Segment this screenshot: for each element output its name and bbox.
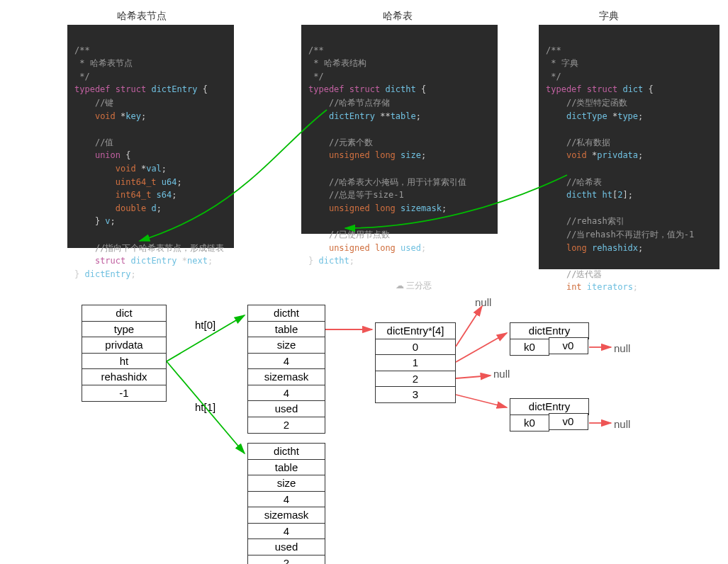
- dictht-box-1: dictht table size 4 sizemask 4 used 2: [247, 443, 325, 564]
- dictht-cell: table: [247, 321, 325, 338]
- svg-line-5: [456, 376, 491, 378]
- entry-k: k0: [510, 339, 549, 356]
- dictht-cell: table: [247, 459, 325, 476]
- entries-idx: 2: [375, 371, 456, 388]
- dict-cell: -1: [82, 385, 167, 402]
- svg-line-4: [456, 333, 507, 362]
- dict-box: dict type privdata ht rehashidx -1: [82, 305, 167, 402]
- entries-idx: 0: [375, 339, 456, 356]
- dict-cell: ht: [82, 353, 167, 370]
- dictht-cell: sizemask: [247, 507, 325, 524]
- null-0: null: [475, 296, 491, 308]
- code-dict: /** * 字典 */ typedef struct dict { //类型特定…: [539, 25, 719, 269]
- dictht-box-0: dictht table size 4 sizemask 4 used 2: [247, 305, 325, 434]
- entry-v: v0: [549, 413, 588, 430]
- dictht-cell: 4: [247, 491, 325, 508]
- svg-line-6: [456, 395, 507, 407]
- entries-idx: 1: [375, 354, 456, 371]
- null-2: null: [493, 368, 510, 380]
- dictht-cell: 2: [247, 555, 325, 565]
- entry-k: k0: [510, 414, 549, 432]
- dict-cell: rehashidx: [82, 368, 167, 385]
- entries-idx: 3: [375, 386, 456, 403]
- dictht-cell: 2: [247, 417, 325, 434]
- dictht-cell: used: [247, 400, 325, 417]
- dictht-cell: used: [247, 538, 325, 555]
- dictentry-b: dictEntry k0 v0: [510, 398, 589, 432]
- dictht-cell: dictht: [247, 305, 325, 322]
- dict-cell: dict: [82, 305, 167, 322]
- code-dictentry: /** * 哈希表节点 */ typedef struct dictEntry …: [67, 25, 234, 248]
- dict-cell: privdata: [82, 337, 167, 354]
- dictht-cell: 4: [247, 353, 325, 370]
- null-1: null: [614, 342, 630, 354]
- entries-title: dictEntry*[4]: [375, 322, 456, 339]
- dictht-cell: dictht: [247, 443, 325, 460]
- title-dict: 字典: [599, 10, 619, 23]
- code-dictht: /** * 哈希表结构 */ typedef struct dictht { /…: [301, 25, 498, 234]
- entry-v: v0: [549, 337, 588, 354]
- ht0-label: ht[0]: [195, 319, 215, 331]
- title-dictht: 哈希表: [383, 10, 413, 23]
- dictht-cell: 4: [247, 385, 325, 402]
- title-dictentry: 哈希表节点: [117, 10, 167, 23]
- entries-box: dictEntry*[4] 0 1 2 3: [375, 322, 456, 403]
- svg-line-3: [456, 306, 482, 346]
- dictht-cell: size: [247, 337, 325, 354]
- dictht-cell: size: [247, 475, 325, 492]
- ht1-label: ht[1]: [195, 401, 215, 413]
- watermark: ☁ 三分恶: [396, 280, 432, 292]
- dictht-cell: 4: [247, 523, 325, 540]
- dictht-cell: sizemask: [247, 368, 325, 385]
- dictentry-a: dictEntry k0 v0: [510, 322, 589, 356]
- null-3: null: [614, 418, 630, 430]
- dict-cell: type: [82, 321, 167, 338]
